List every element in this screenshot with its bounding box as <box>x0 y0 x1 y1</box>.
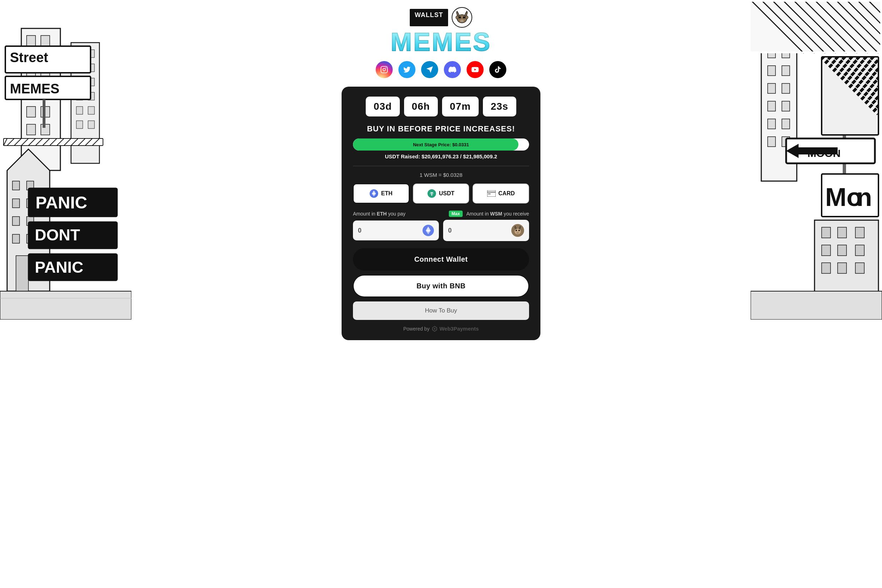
svg-line-47 <box>92 138 99 146</box>
tiktok-icon[interactable] <box>489 61 506 78</box>
svg-rect-79 <box>782 119 790 129</box>
max-badge[interactable]: Max <box>449 210 463 217</box>
svg-line-91 <box>836 0 882 53</box>
svg-point-128 <box>459 16 461 18</box>
svg-rect-4 <box>27 53 36 64</box>
youtube-icon[interactable] <box>466 61 484 78</box>
usdt-icon <box>428 189 436 198</box>
twitter-icon[interactable] <box>398 61 416 78</box>
social-row <box>376 61 506 78</box>
bull-icon <box>452 7 472 28</box>
svg-rect-71 <box>782 48 790 58</box>
svg-marker-48 <box>7 149 50 291</box>
svg-rect-9 <box>41 89 50 99</box>
svg-rect-81 <box>782 137 790 147</box>
countdown-seconds: 23s <box>483 97 516 117</box>
svg-rect-26 <box>88 121 94 129</box>
powered-by: Powered by Web3Payments <box>353 326 529 332</box>
main-content: WALLST MEMES <box>317 0 565 354</box>
svg-rect-76 <box>768 101 776 111</box>
svg-rect-17 <box>76 64 83 72</box>
svg-rect-96 <box>751 51 882 53</box>
svg-rect-73 <box>782 66 790 76</box>
svg-rect-121 <box>855 245 864 256</box>
memes-logo: MEMES <box>391 29 491 55</box>
svg-line-39 <box>36 138 43 146</box>
svg-rect-12 <box>27 124 36 135</box>
svg-rect-56 <box>27 234 34 243</box>
svg-line-93 <box>857 0 882 53</box>
svg-line-110 <box>864 57 882 114</box>
how-to-buy-button[interactable]: How To Buy <box>353 302 529 320</box>
eth-payment-button[interactable]: ETH <box>353 184 410 204</box>
svg-rect-18 <box>88 64 94 72</box>
svg-rect-29 <box>5 76 90 99</box>
svg-rect-22 <box>88 92 94 100</box>
svg-rect-124 <box>855 263 864 273</box>
discord-icon[interactable] <box>444 61 461 78</box>
wsm-input[interactable] <box>448 227 508 234</box>
svg-rect-99 <box>786 138 875 164</box>
instagram-icon[interactable] <box>376 61 393 78</box>
connect-wallet-button[interactable]: Connect Wallet <box>353 248 529 271</box>
svg-rect-67 <box>761 21 797 181</box>
svg-text:Mo: Mo <box>825 183 862 211</box>
svg-rect-68 <box>768 30 776 40</box>
svg-line-43 <box>64 138 71 146</box>
countdown-row: 03d 06h 07m 23s <box>353 97 529 117</box>
countdown-hours: 06h <box>404 97 438 117</box>
eth-label: ETH <box>381 190 392 197</box>
web3payments-icon <box>432 326 438 332</box>
divider <box>353 166 529 166</box>
svg-rect-69 <box>782 30 790 40</box>
left-street-scene: Street MEMES <box>0 0 131 588</box>
svg-rect-66 <box>751 0 882 320</box>
svg-rect-57 <box>16 256 28 291</box>
svg-line-107 <box>843 57 882 114</box>
svg-marker-100 <box>786 144 838 158</box>
svg-rect-102 <box>822 57 879 135</box>
card-payment-button[interactable]: CARD <box>472 184 529 204</box>
card-label: CARD <box>498 190 515 197</box>
svg-rect-5 <box>41 53 50 64</box>
credit-card-icon <box>487 190 496 197</box>
eth-input[interactable] <box>358 227 419 234</box>
svg-rect-115 <box>814 220 879 320</box>
svg-rect-10 <box>27 106 36 117</box>
svg-rect-74 <box>768 84 776 93</box>
svg-line-111 <box>872 57 882 114</box>
svg-point-129 <box>463 16 465 18</box>
svg-rect-7 <box>41 71 50 82</box>
svg-rect-55 <box>12 234 20 243</box>
svg-rect-14 <box>71 43 99 164</box>
svg-rect-98 <box>843 57 846 181</box>
svg-rect-123 <box>838 263 846 273</box>
svg-point-135 <box>383 68 385 70</box>
svg-rect-116 <box>822 227 831 238</box>
svg-rect-60 <box>28 222 117 249</box>
svg-line-89 <box>814 0 868 53</box>
wsm-bull-icon <box>511 224 524 237</box>
svg-rect-53 <box>12 217 20 225</box>
svg-rect-64 <box>0 291 131 320</box>
svg-text:DONT: DONT <box>35 226 80 244</box>
svg-rect-72 <box>768 66 776 76</box>
telegram-icon[interactable] <box>421 61 438 78</box>
amount-inputs <box>353 220 529 241</box>
svg-rect-77 <box>782 101 790 111</box>
raised-text: USDT Raised: $20,691,976.23 / $21,985,00… <box>353 153 529 159</box>
eth-input-wrapper <box>353 220 439 240</box>
wsm-amount-label: Max Amount in WSM you receive <box>449 210 529 217</box>
svg-line-46 <box>85 138 92 146</box>
svg-rect-49 <box>12 181 20 190</box>
svg-text:PANIC: PANIC <box>35 258 84 276</box>
svg-rect-134 <box>381 66 387 73</box>
usdt-payment-button[interactable]: USDT <box>413 184 470 204</box>
buy-bnb-button[interactable]: Buy with BNB <box>353 275 529 297</box>
svg-rect-1 <box>21 28 60 170</box>
svg-line-90 <box>825 0 879 53</box>
countdown-minutes: 07m <box>442 97 478 117</box>
svg-rect-103 <box>822 57 879 135</box>
svg-line-108 <box>850 57 882 114</box>
svg-line-85 <box>772 0 825 53</box>
